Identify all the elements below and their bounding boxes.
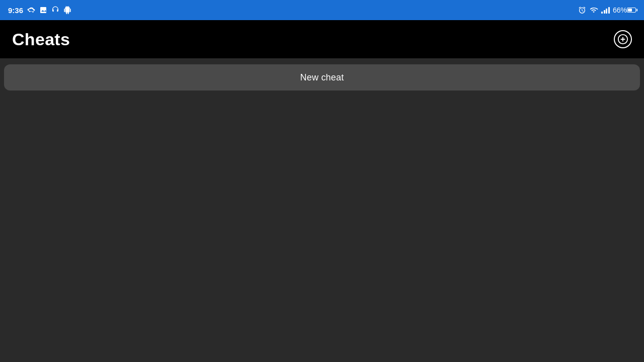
add-icon — [617, 34, 628, 45]
signal-icon — [601, 7, 610, 14]
status-bar: 9:36 — [0, 0, 644, 20]
wifi-icon — [589, 6, 598, 14]
headset-icon — [51, 6, 59, 14]
main-content: New cheat — [0, 58, 644, 97]
title-bar: Cheats — [0, 20, 644, 58]
alarm-icon — [578, 6, 586, 14]
add-button[interactable] — [614, 30, 632, 48]
status-time: 9:36 — [8, 6, 23, 15]
new-cheat-button[interactable]: New cheat — [4, 64, 640, 90]
battery-indicator: 66% — [613, 6, 636, 14]
battery-percent: 66% — [613, 6, 627, 14]
sync-icon — [27, 6, 35, 14]
status-bar-right: 66% — [578, 6, 636, 14]
page-title: Cheats — [12, 30, 70, 49]
gallery-icon — [39, 6, 47, 14]
new-cheat-label: New cheat — [300, 72, 344, 83]
android-icon — [63, 6, 71, 14]
status-bar-left: 9:36 — [8, 6, 71, 15]
